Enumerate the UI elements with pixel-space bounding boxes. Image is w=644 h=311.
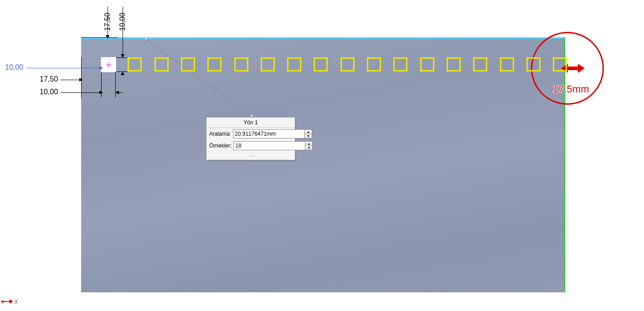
dim-blue-line	[26, 68, 101, 68]
pattern-instance[interactable]	[181, 57, 195, 71]
dim-blue-10: 10,00	[5, 63, 23, 71]
count-spin-up[interactable]: ▲	[305, 142, 312, 146]
dim-v-17-arrow	[106, 35, 109, 39]
dim-h-10-arrow-l	[115, 91, 119, 94]
popup-title: Yön 1	[206, 117, 295, 128]
graphics-area[interactable]: 10,00 17,50 10,00 17,50 10,00 Yön 1 Aral…	[0, 0, 644, 311]
popup-collapse-toggle[interactable]: ︿	[206, 152, 295, 160]
spacing-label: Aralama:	[209, 131, 231, 137]
pattern-instance[interactable]	[393, 57, 407, 71]
count-spinner[interactable]: ▲ ▼	[305, 141, 313, 150]
dim-v-10-arrow-u	[121, 71, 124, 75]
spacing-spin-up[interactable]: ▲	[305, 130, 312, 134]
count-label: Örnekler:	[209, 143, 232, 149]
pattern-instance[interactable]	[500, 57, 514, 71]
pattern-instance[interactable]	[340, 57, 355, 71]
spacing-spinner[interactable]: ▲ ▼	[305, 129, 312, 138]
pattern-instance[interactable]	[155, 57, 169, 71]
dim-h-10-tail	[119, 92, 123, 93]
pattern-instance[interactable]	[526, 57, 541, 71]
pattern-instance[interactable]	[473, 57, 487, 71]
dim-h-17: 17,50	[40, 75, 58, 83]
dim-h-10: 10,00	[40, 88, 58, 96]
spacing-spin-down[interactable]: ▼	[305, 134, 312, 138]
seed-center-point	[108, 64, 110, 66]
dim-h-10-arrow-r	[99, 91, 103, 94]
ext-h-hole-top	[116, 57, 127, 58]
dim-h-17-line	[61, 80, 81, 80]
ext-line-left-edge	[81, 57, 82, 98]
model-face[interactable]	[81, 37, 565, 292]
ext-h-hole-bot	[116, 71, 127, 72]
pattern-instance[interactable]	[447, 57, 461, 71]
ext-h-top-edge	[81, 37, 118, 38]
count-spin-down[interactable]: ▼	[305, 146, 312, 150]
pattern-instance[interactable]	[367, 57, 381, 71]
dim-h-10-line	[61, 92, 101, 93]
pattern-instance[interactable]	[128, 57, 142, 71]
dim-blue-arrow	[99, 66, 103, 70]
annotation-text: 17.5mm	[553, 83, 589, 95]
dim-v-17-line	[108, 7, 108, 37]
pattern-instance[interactable]	[261, 57, 275, 71]
pattern-instance[interactable]	[287, 57, 301, 71]
pattern-instance[interactable]	[207, 57, 222, 71]
pattern-instance[interactable]	[314, 57, 328, 71]
pattern-instance[interactable]	[553, 57, 567, 71]
pattern-instance[interactable]	[420, 57, 434, 71]
pattern-callout-popup[interactable]: Yön 1 Aralama: ▲ ▼ Örnekler: ▲ ▼ ︿	[206, 117, 295, 160]
triad-x-label: X	[14, 298, 18, 305]
pattern-instance[interactable]	[234, 57, 248, 71]
dim-v-10-line	[123, 7, 123, 56]
view-triad: X	[1, 294, 20, 308]
spacing-input[interactable]	[233, 129, 305, 138]
count-input[interactable]	[233, 141, 305, 150]
